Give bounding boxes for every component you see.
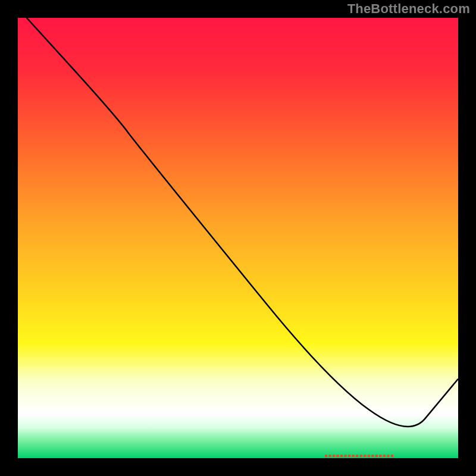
svg-rect-10 xyxy=(364,455,366,457)
svg-rect-3 xyxy=(337,455,339,457)
svg-rect-5 xyxy=(345,455,347,457)
svg-rect-0 xyxy=(325,455,327,457)
svg-rect-9 xyxy=(360,455,362,457)
chart-svg xyxy=(18,18,458,458)
svg-rect-1 xyxy=(329,455,331,457)
svg-rect-6 xyxy=(348,455,350,457)
watermark-text: TheBottleneck.com xyxy=(347,1,470,17)
chart-stage: TheBottleneck.com xyxy=(0,0,476,476)
svg-rect-8 xyxy=(356,455,358,457)
svg-rect-17 xyxy=(391,455,393,457)
svg-rect-7 xyxy=(352,455,355,457)
svg-rect-2 xyxy=(333,455,335,457)
gradient-background xyxy=(18,18,458,458)
svg-rect-16 xyxy=(387,455,390,457)
svg-rect-13 xyxy=(375,455,378,457)
svg-rect-11 xyxy=(368,455,370,457)
svg-rect-14 xyxy=(379,455,381,457)
svg-rect-4 xyxy=(340,455,343,457)
plot-area xyxy=(18,18,458,458)
svg-rect-15 xyxy=(383,455,386,457)
svg-rect-12 xyxy=(371,455,374,457)
